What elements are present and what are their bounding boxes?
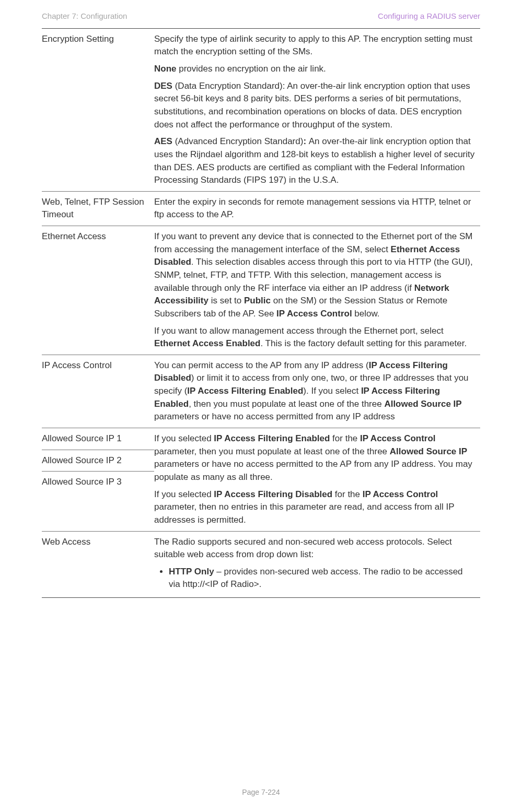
table-row: Ethernet Access If you want to prevent a… [42,226,480,355]
text: parameter, then no entries in this param… [154,502,454,525]
text: (Advanced Encryption Standard) [172,136,303,146]
text: If you selected [154,433,214,443]
row-label-encryption: Encryption Setting [42,29,154,191]
web-access-list: HTTP Only – provides non-secured web acc… [154,566,476,591]
text: , then you must populate at least one of… [189,399,384,409]
text: below. [352,309,380,319]
row-desc-encryption: Specify the type of airlink security to … [154,29,480,191]
row-label-ipac: IP Access Control [42,355,154,428]
bottom-rule [42,597,480,598]
row-desc-web: The Radio supports secured and non-secur… [154,532,480,598]
bold: Public [244,296,271,305]
header-left: Chapter 7: Configuration [42,10,127,22]
table-row: IP Access Control You can permit access … [42,355,480,428]
text: (Data Encryption Standard): An over-the-… [154,81,470,130]
bold-des: DES [154,81,172,91]
bold: Ethernet Access Enabled [154,338,260,348]
table-row: Encryption Setting Specify the type of a… [42,29,480,191]
text: Specify the type of airlink security to … [154,34,472,57]
row-label-timeout: Web, Telnet, FTP Session Timeout [42,192,154,226]
header-right: Configuring a RADIUS server [378,10,480,22]
bold: Allowed Source IP [384,399,461,409]
bold-none: None [154,64,177,74]
text: parameters or have no access permitted t… [154,459,472,482]
text: provides no encryption on the air link. [177,64,326,74]
bold: IP Access Control [276,309,352,319]
row-desc-src: If you selected IP Access Filtering Enab… [154,428,480,531]
bold: IP Access Filtering Enabled [214,433,330,443]
bold: IP Access Control [360,433,436,443]
bold: IP Access Control [363,489,438,499]
row-label-src3: Allowed Source IP 3 [42,472,154,493]
table-row: Web Access The Radio supports secured an… [42,532,480,598]
text: parameters or have no access permitted f… [154,411,395,421]
bold-aes: AES [154,136,172,146]
text: If you want to allow management access t… [154,326,444,336]
bold: Allowed Source IP [390,446,467,456]
bold-colon: : [303,136,308,146]
row-label-ethernet: Ethernet Access [42,226,154,355]
row-desc-ethernet: If you want to prevent any device that i… [154,226,480,355]
text: You can permit access to the AP from any… [154,360,369,370]
page-header: Chapter 7: Configuration Configuring a R… [42,10,480,22]
bold: IP Access Filtering Disabled [214,489,332,499]
config-table: Encryption Setting Specify the type of a… [42,29,480,598]
table-row: Web, Telnet, FTP Session Timeout Enter t… [42,192,480,226]
page-footer: Page 7-224 [0,787,522,797]
bold: IP Access Filtering Enabled [187,386,303,396]
text: for the [330,433,360,443]
row-label-web: Web Access [42,532,154,598]
text: is set to [208,296,244,305]
row-label-src1: Allowed Source IP 1 [42,428,154,450]
text: ). If you select [303,386,361,396]
page: Chapter 7: Configuration Configuring a R… [0,0,522,812]
text: The Radio supports secured and non-secur… [154,537,452,560]
text: . This is the factory default setting fo… [260,338,467,348]
bold: HTTP Only [169,567,214,576]
row-label-src2: Allowed Source IP 2 [42,450,154,472]
text: parameter, then you must populate at lea… [154,446,390,456]
text: Enter the expiry in seconds for remote m… [154,197,471,220]
text: for the [332,489,363,499]
table-row: Allowed Source IP 1 Allowed Source IP 2 … [42,428,480,531]
text: If you selected [154,489,214,499]
row-desc-timeout: Enter the expiry in seconds for remote m… [154,192,480,226]
list-item: HTTP Only – provides non-secured web acc… [169,566,476,591]
row-desc-ipac: You can permit access to the AP from any… [154,355,480,428]
